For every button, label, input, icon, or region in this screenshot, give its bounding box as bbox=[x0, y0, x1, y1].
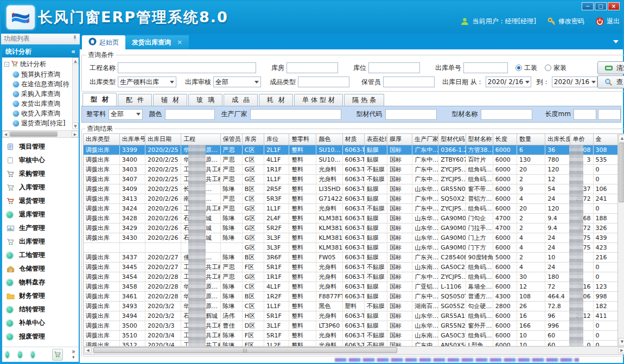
column-header[interactable]: 型材代码 bbox=[438, 134, 466, 145]
color-input[interactable] bbox=[165, 109, 215, 120]
scroll-right-icon[interactable]: ▶ bbox=[72, 131, 79, 137]
minimize-button[interactable]: − bbox=[582, 2, 594, 10]
column-header[interactable]: 膜厚 bbox=[387, 134, 412, 145]
material-tab-玻璃[interactable]: 玻璃 bbox=[188, 94, 222, 106]
manufacturer-input[interactable] bbox=[250, 109, 341, 120]
scroll-up-icon[interactable]: ▲ bbox=[72, 58, 79, 64]
more-options-button[interactable]: »▾ bbox=[72, 349, 75, 360]
tree-item[interactable]: 在途信息查询[待 bbox=[4, 79, 79, 89]
scroll-down-icon[interactable]: ▼ bbox=[72, 123, 79, 129]
table-row[interactable]: 调拨出库34072020/2/25工共工程严思G区1L1F整料光身料6063-T… bbox=[84, 174, 624, 184]
length-from-input[interactable] bbox=[574, 109, 596, 120]
column-header[interactable]: 数量 bbox=[517, 134, 545, 145]
profile-name-input[interactable] bbox=[481, 109, 532, 120]
sidebar-item-出库管理[interactable]: 出库管理 bbox=[7, 235, 79, 248]
table-horizontal-scrollbar[interactable]: ◀ ▶ bbox=[83, 347, 624, 355]
sidebar-item-生产管理[interactable]: 生产管理 bbox=[7, 221, 79, 235]
table-row[interactable]: 调拨出库35102020/3/4工共工程陈琳F区5R1F整料光身料6063-T5… bbox=[84, 330, 624, 340]
tree-item[interactable]: 退库管理[待定] bbox=[4, 128, 79, 129]
sidebar-item-审核中心[interactable]: 审核中心 bbox=[7, 154, 79, 167]
tab-shipping-outbound-query[interactable]: 发货出库查询 × bbox=[125, 35, 189, 49]
table-row[interactable]: G区3L3F整料KLM38176063-T5贴膜国标山东华…GA90M09.门下… bbox=[84, 242, 624, 252]
table-row[interactable]: 调拨出库34302020/2/26石城陈琳G区3L3F整料KLM38176063… bbox=[84, 233, 624, 242]
material-tab-隔热条[interactable]: 隔热条 bbox=[344, 94, 384, 106]
collapsed-item-dot[interactable] bbox=[18, 352, 22, 358]
out-type-select[interactable]: 生产领料出库 bbox=[118, 76, 176, 87]
product-type-input[interactable] bbox=[298, 76, 349, 87]
column-header[interactable]: 出库类型 bbox=[84, 134, 119, 145]
audit-select[interactable]: 全部 bbox=[213, 76, 261, 87]
table-row[interactable]: 调拨出库35122020/3/4工共工程陈琳F区1L2F整料光身料6063-T5… bbox=[84, 340, 624, 347]
column-header[interactable]: 表面处理 bbox=[364, 134, 387, 145]
tree-horizontal-scrollbar[interactable]: ◀ ▶ bbox=[2, 130, 79, 137]
column-header[interactable]: 出库日期 bbox=[145, 134, 181, 145]
project-name-input[interactable] bbox=[118, 62, 256, 73]
table-row[interactable]: 调拨出库34032020/2/25工共工程严思G区1R1F整料光身料6063-T… bbox=[84, 164, 624, 174]
tab-list-dropdown-icon[interactable] bbox=[613, 40, 619, 43]
scroll-down-icon[interactable]: ▼ bbox=[619, 338, 624, 346]
maximize-button[interactable]: □ bbox=[595, 2, 607, 10]
column-header[interactable]: 型材名称 bbox=[466, 134, 493, 145]
table-row[interactable]: 调拨出库34942020/3/2石辉城汤伟H区5R1F整料光身料6063-T5贴… bbox=[84, 311, 624, 321]
scroll-left-icon[interactable]: ◀ bbox=[84, 347, 92, 353]
column-header[interactable]: 长度 bbox=[493, 134, 517, 145]
column-header[interactable]: 库位 bbox=[264, 134, 289, 145]
table-row[interactable]: 调拨出库34282020/2/26石城陈琳G区2L4F整料KLM38176063… bbox=[84, 213, 624, 223]
pin-icon[interactable] bbox=[73, 35, 77, 43]
table-row[interactable]: 调拨出库34542020/2/28工共工程严思G区1R1F整料光身料6063-T… bbox=[84, 272, 624, 282]
keeper-input[interactable] bbox=[383, 76, 435, 87]
scroll-thumb[interactable] bbox=[93, 347, 397, 353]
order-no-input[interactable] bbox=[463, 62, 508, 73]
tree-root-statistics[interactable]: - 统计分析 bbox=[4, 59, 79, 69]
table-row[interactable]: 调拨出库35002020/3/3工共工程曹佳D区3L1F整料LT3P606063… bbox=[84, 321, 624, 330]
material-tab-辅材[interactable]: 辅材 bbox=[153, 94, 187, 106]
logout-button[interactable]: 退出 bbox=[595, 17, 620, 26]
sidebar-item-项目管理[interactable]: 项目管理 bbox=[7, 140, 79, 154]
scroll-thumb[interactable] bbox=[10, 131, 58, 137]
table-vertical-scrollbar[interactable]: ▲ ▼ bbox=[617, 134, 624, 346]
zhengling-select[interactable]: 全部 bbox=[109, 109, 143, 120]
column-header[interactable]: 出库单号 bbox=[119, 134, 145, 145]
scroll-left-icon[interactable]: ◀ bbox=[2, 131, 9, 137]
tree-item[interactable]: 采购入库查询 bbox=[4, 89, 79, 99]
column-header[interactable]: 工程 bbox=[181, 134, 220, 145]
table-row[interactable]: 调拨出库34582020/2/28华原…陈琳C区4L1F整料光身料6063-T5… bbox=[84, 282, 624, 291]
close-button[interactable]: × bbox=[608, 2, 620, 10]
sidebar-item-物料盘存[interactable]: 物料盘存 bbox=[7, 276, 79, 289]
scroll-up-icon[interactable]: ▲ bbox=[619, 135, 624, 142]
tree-item[interactable]: 收货入库查询 bbox=[4, 108, 79, 118]
column-header[interactable]: 整零料 bbox=[289, 134, 316, 145]
tree-item[interactable]: 预算执行查询 bbox=[4, 69, 79, 79]
sidebar-item-采购管理[interactable]: 采购管理 bbox=[7, 167, 79, 181]
warehouse-input[interactable] bbox=[286, 62, 338, 73]
sidebar-item-财务管理[interactable]: 财务管理 bbox=[7, 289, 79, 303]
table-row[interactable]: 调拨出库34092020/2/25长…陈琳B区2R5F整料LI35HD6063-… bbox=[84, 184, 624, 194]
location-input[interactable] bbox=[368, 62, 420, 73]
sidebar-item-工地管理[interactable]: 工地管理 bbox=[7, 248, 79, 262]
table-row[interactable]: 调拨出库34132020/2/26南…严思C区5R3F整料G714226063-… bbox=[84, 194, 624, 203]
material-tab-耗材[interactable]: 耗材 bbox=[259, 94, 293, 106]
tree-vertical-scrollbar[interactable]: ▲ ▼ bbox=[72, 58, 79, 129]
sidebar-item-仓储管理[interactable]: 仓储管理 bbox=[7, 262, 79, 276]
column-header[interactable]: 保管员 bbox=[220, 134, 242, 145]
tree-item[interactable]: 发货出库查询 bbox=[4, 99, 79, 108]
collapse-icon[interactable]: « bbox=[71, 48, 75, 55]
table-row[interactable]: 调拨出库33992020/2/25华原…严思C区2L1F整料SU10…6063-… bbox=[84, 145, 624, 155]
tree-expander-icon[interactable]: - bbox=[4, 62, 9, 67]
table-row[interactable]: 调拨出库34242020/2/26工共工程严思G区1L1F整料光身料6063-T… bbox=[84, 203, 624, 213]
table-row[interactable]: 调拨出库34002020/2/25华原…严思C区4L1F整料SU10…6063-… bbox=[84, 155, 624, 164]
radio-gongzhuang[interactable]: 工装 bbox=[515, 63, 537, 73]
material-tab-单体型材[interactable]: 单体型材 bbox=[294, 94, 343, 106]
date-from-select[interactable]: 2020/ 2/16 bbox=[486, 76, 531, 87]
sidebar-item-入库管理[interactable]: 入库管理 bbox=[7, 181, 79, 194]
column-header[interactable]: 出库长度 bbox=[545, 134, 570, 145]
clear-conditions-button[interactable]: 清空条件 bbox=[597, 61, 624, 74]
material-tab-成品[interactable]: 成品 bbox=[224, 94, 258, 106]
tab-home[interactable]: 起始页 bbox=[82, 35, 125, 49]
sidebar-item-补单中心[interactable]: 补单中心 bbox=[7, 316, 79, 330]
scroll-thumb[interactable] bbox=[619, 143, 624, 202]
material-tab-配件[interactable]: 配件 bbox=[118, 94, 152, 106]
search-button[interactable]: 查 询 bbox=[597, 75, 624, 88]
table-row[interactable]: 调拨出库34452020/2/27工共工程严思F区5R1F整料光身料6063-T… bbox=[84, 262, 624, 272]
table-row[interactable]: 调拨出库34292020/2/26石城陈琳G区5R2F整料KLM38176063… bbox=[84, 223, 624, 233]
